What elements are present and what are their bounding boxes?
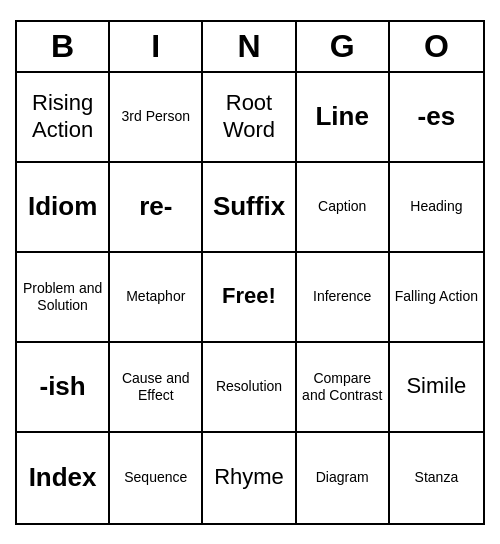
bingo-cell: Index bbox=[17, 433, 110, 523]
bingo-card: BINGO Rising Action3rd PersonRoot WordLi… bbox=[15, 20, 485, 525]
header-letter: G bbox=[297, 22, 390, 71]
bingo-cell: 3rd Person bbox=[110, 73, 203, 163]
bingo-cell: Line bbox=[297, 73, 390, 163]
bingo-cell: Root Word bbox=[203, 73, 296, 163]
bingo-cell: -ish bbox=[17, 343, 110, 433]
bingo-cell: Metaphor bbox=[110, 253, 203, 343]
header-letter: O bbox=[390, 22, 483, 71]
bingo-cell: Falling Action bbox=[390, 253, 483, 343]
bingo-grid: Rising Action3rd PersonRoot WordLine-esI… bbox=[17, 73, 483, 523]
bingo-cell: Cause and Effect bbox=[110, 343, 203, 433]
bingo-cell: Rising Action bbox=[17, 73, 110, 163]
bingo-cell: Idiom bbox=[17, 163, 110, 253]
header-letter: N bbox=[203, 22, 296, 71]
bingo-cell: Suffix bbox=[203, 163, 296, 253]
bingo-cell: Resolution bbox=[203, 343, 296, 433]
bingo-cell: Inference bbox=[297, 253, 390, 343]
bingo-cell: Problem and Solution bbox=[17, 253, 110, 343]
header-letter: I bbox=[110, 22, 203, 71]
header-letter: B bbox=[17, 22, 110, 71]
bingo-cell: re- bbox=[110, 163, 203, 253]
bingo-cell: Free! bbox=[203, 253, 296, 343]
bingo-cell: Compare and Contrast bbox=[297, 343, 390, 433]
bingo-cell: Heading bbox=[390, 163, 483, 253]
bingo-cell: Stanza bbox=[390, 433, 483, 523]
bingo-cell: Rhyme bbox=[203, 433, 296, 523]
bingo-cell: Simile bbox=[390, 343, 483, 433]
bingo-cell: Sequence bbox=[110, 433, 203, 523]
bingo-cell: Diagram bbox=[297, 433, 390, 523]
bingo-header: BINGO bbox=[17, 22, 483, 73]
bingo-cell: Caption bbox=[297, 163, 390, 253]
bingo-cell: -es bbox=[390, 73, 483, 163]
